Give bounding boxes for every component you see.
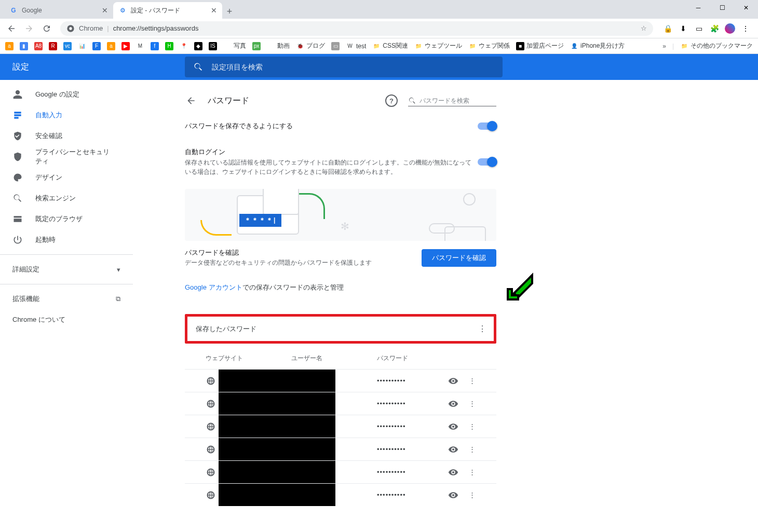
password-row[interactable]: •••••••••• ⋮ [185, 438, 496, 460]
browser-tab-settings[interactable]: ⚙ 設定 - パスワード ✕ [113, 2, 222, 19]
google-account-link[interactable]: Google アカウント [185, 283, 242, 291]
help-icon[interactable]: ? [385, 94, 398, 107]
bookmark-item[interactable]: ▮ [20, 42, 28, 50]
bookmark-item[interactable]: f [151, 42, 159, 50]
download-icon[interactable]: ⬇ [678, 23, 688, 34]
bookmark-item[interactable]: ■加盟店ページ [516, 42, 564, 50]
auto-signin-toggle[interactable] [478, 158, 496, 166]
more-vert-icon[interactable]: ⋮ [469, 491, 476, 499]
sidebar-extensions[interactable]: 拡張機能⧉ [0, 289, 133, 309]
page-back-button[interactable] [185, 94, 197, 107]
password-masked: •••••••••• [377, 400, 406, 407]
sidebar-about[interactable]: Chrome について [0, 309, 133, 330]
password-search[interactable] [408, 96, 496, 106]
show-password-icon[interactable] [448, 421, 458, 432]
bookmark-item[interactable]: A8 [34, 42, 43, 50]
bookmark-item[interactable]: 📁ウェブツール [414, 42, 462, 50]
sidebar-item-safety[interactable]: 安全確認 [0, 126, 125, 146]
other-bookmarks[interactable]: 📁 その他のブックマーク [680, 42, 753, 50]
sidebar-item-default-browser[interactable]: 既定のブラウザ [0, 209, 125, 229]
bookmark-item[interactable]: px [252, 42, 261, 50]
bookmark-item[interactable]: 📁CSS関連 [372, 42, 408, 50]
sidebar-item-google[interactable]: Google の設定 [0, 84, 125, 105]
bookmark-item[interactable]: 🐞ブログ [296, 42, 325, 50]
bookmark-item[interactable]: Wtest [346, 42, 366, 50]
search-icon [12, 193, 23, 203]
bookmark-item[interactable]: R [49, 42, 57, 50]
more-vert-icon[interactable]: ⋮ [469, 468, 476, 476]
sidebar-item-appearance[interactable]: デザイン [0, 167, 125, 188]
bookmark-item[interactable]: ◆ [194, 42, 202, 50]
more-vert-icon[interactable]: ⋮ [469, 445, 476, 453]
bookmark-star-icon[interactable]: ☆ [641, 24, 647, 32]
bookmark-item[interactable]: ▶ [121, 42, 130, 50]
more-vert-icon[interactable]: ⋮ [469, 422, 476, 430]
extension-icon[interactable]: ▭ [694, 23, 704, 34]
offer-save-toggle[interactable] [478, 122, 496, 130]
password-row[interactable]: •••••••••• ⋮ [185, 392, 496, 415]
password-search-input[interactable] [419, 97, 492, 104]
settings-search-box[interactable] [185, 57, 503, 77]
profile-avatar[interactable] [725, 23, 735, 34]
address-bar[interactable]: Chrome | chrome://settings/passwords ☆ [60, 21, 653, 36]
password-row[interactable]: •••••••••• ⋮ [185, 460, 496, 483]
sidebar-advanced[interactable]: 詳細設定▾ [0, 259, 133, 280]
svg-marker-2 [514, 275, 532, 297]
browser-tab-google[interactable]: G Google ✕ [4, 2, 113, 19]
bookmark-item[interactable]: ▭ [331, 42, 340, 50]
show-password-icon[interactable] [448, 490, 458, 500]
bookmark-item[interactable]: 👤iPhone見分け方 [570, 42, 625, 50]
show-password-icon[interactable] [448, 376, 458, 386]
bookmark-item[interactable]: M [136, 42, 144, 50]
password-row[interactable]: •••••••••• ⋮ [185, 369, 496, 392]
reload-button[interactable] [39, 21, 54, 36]
shield-icon [12, 152, 23, 162]
bookmark-favicon: H [165, 42, 173, 50]
bookmark-favicon: 📁 [372, 42, 381, 50]
sidebar-item-search[interactable]: 検索エンジン [0, 188, 125, 209]
bookmark-item[interactable]: 動画 [267, 42, 290, 50]
show-password-icon[interactable] [448, 467, 458, 478]
more-vert-icon[interactable]: ⋮ [478, 324, 485, 334]
bookmark-favicon: 📍 [180, 42, 188, 50]
extensions-puzzle-icon[interactable]: 🧩 [709, 23, 720, 34]
close-icon[interactable]: ✕ [211, 6, 217, 15]
bookmark-item[interactable]: IS [209, 42, 217, 50]
close-icon[interactable]: ✕ [102, 6, 108, 15]
bookmark-item[interactable]: F [92, 42, 101, 50]
sidebar-item-startup[interactable]: 起動時 [0, 229, 125, 250]
extension-icon[interactable]: 🔒 [662, 23, 673, 34]
forward-button[interactable] [22, 21, 36, 36]
more-vert-icon[interactable]: ⋮ [469, 377, 476, 385]
show-password-icon[interactable] [448, 399, 458, 409]
bookmarks-overflow[interactable]: » [662, 43, 666, 50]
bookmark-item[interactable]: a [5, 42, 13, 50]
sidebar-item-privacy[interactable]: プライバシーとセキュリティ [0, 146, 125, 167]
sidebar-item-autofill[interactable]: 自動入力 [0, 105, 125, 126]
show-password-icon[interactable] [448, 444, 458, 455]
bookmark-item[interactable]: 📁ウェブ関係 [468, 42, 510, 50]
password-row[interactable]: •••••••••• ⋮ [185, 415, 496, 438]
check-passwords-button[interactable]: パスワードを確認 [422, 249, 496, 267]
settings-search-input[interactable] [212, 63, 494, 71]
palette-icon [12, 172, 23, 183]
maximize-button[interactable]: ☐ [710, 0, 734, 16]
bookmark-item[interactable]: a [107, 42, 115, 50]
close-window-button[interactable]: ✕ [734, 0, 758, 16]
bookmark-item[interactable]: 📊 [78, 42, 86, 50]
bookmark-favicon: ▭ [331, 42, 340, 50]
minimize-button[interactable]: ─ [686, 0, 710, 16]
password-masked: •••••••••• [377, 468, 406, 476]
bookmark-item[interactable]: 📍 [180, 42, 188, 50]
more-vert-icon[interactable]: ⋮ [469, 400, 476, 407]
bookmark-item[interactable]: 写真 [223, 42, 246, 50]
tab-title: Google [22, 7, 42, 14]
new-tab-button[interactable]: + [222, 4, 237, 19]
bookmark-item[interactable]: vc [63, 42, 72, 50]
back-button[interactable] [4, 21, 19, 36]
bookmark-item[interactable]: H [165, 42, 173, 50]
chrome-menu-icon[interactable]: ⋮ [740, 23, 751, 34]
bookmark-favicon: px [252, 42, 261, 50]
open-external-icon: ⧉ [116, 295, 120, 303]
password-row[interactable]: •••••••••• ⋮ [185, 483, 496, 506]
